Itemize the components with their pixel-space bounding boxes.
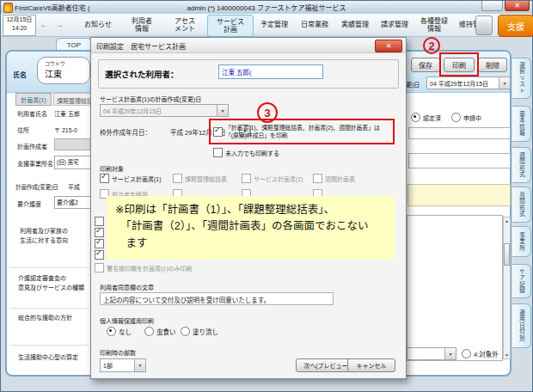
certified-radio[interactable]: 認定済 [411,113,441,122]
tab-top[interactable]: TOP [56,38,92,51]
nav-item-seikyu[interactable]: 請求管理 [375,14,414,36]
chevron-down-icon[interactable]: ▼ [444,348,456,359]
office-name-field[interactable]: (旧) 居宅 [54,156,91,169]
side-tab-gekkan-keishiki[interactable]: 月間形式 [512,187,531,223]
dialog-title: 印刷設定 居宅サービス計画 [96,41,186,51]
section-label-hoshin: 総合的な援助の方針 [18,314,72,323]
privacy-option-label: なし [119,327,132,336]
support-button[interactable]: 支援 [498,15,533,37]
delete-button[interactable]: 削除 [478,58,507,72]
tab-kadai[interactable]: 課題整理総括表 [53,93,91,106]
consent-label: 利用者同意欄の文章 [100,283,154,291]
side-tab-kihon-joho[interactable]: 基本情報 [512,106,531,142]
cancel-button[interactable]: キャンセル [347,358,395,372]
print-button-highlight-box [439,52,479,77]
santei-reason-combo[interactable]: ▼ [407,347,456,360]
target-plan1-check[interactable]: サービス計画書(1) [100,174,162,183]
field-label: 利用者氏名 [17,109,47,118]
privacy-option-label: 塗り潰し [193,327,218,336]
target-plan2-check[interactable]: サービス計画書(2) [242,174,303,183]
tab-plan1[interactable]: 計画書(1) [15,93,52,106]
copies-combo[interactable]: 1部 ▼ [100,358,146,372]
text-field[interactable] [408,153,511,168]
copies-label: 印刷時の部数 [100,348,136,357]
side-tab-care-kiroku[interactable]: ケア記録 [512,264,531,298]
print-empty-label: 未入力でも印刷する [225,149,279,157]
plan-date-combo: 04 平成29年12月15日 ▼ [100,104,229,117]
privacy-nuritsubushi-radio[interactable]: 塗り潰し [181,327,218,336]
scrollbar-thumb[interactable] [504,243,510,266]
highlighted-text-field[interactable] [407,184,511,206]
print-empty-check[interactable]: 未入力でも印刷する [213,148,279,157]
field-label: 要介護度 [17,199,41,208]
minimize-button[interactable] [481,1,503,11]
selected-user-input[interactable]: 江東 五郎( [218,64,323,79]
print-created-date-highlight-box: 「計画書(1)、課題整理総括表、計画書(2)、週間計画表」は 「(原案)作成日」… [209,119,395,144]
nav-item-oshirase[interactable]: お知らせ [77,14,119,36]
checkbox-icon [95,228,104,237]
side-tab-tekiyo-hizuke[interactable]: 適用日付別 [512,303,531,348]
target-label: サービス計画書(2) [254,175,303,183]
back-arrow-button[interactable]: ← [38,18,51,31]
window-title: FirstCareV6高齢者住宅 ( [15,3,90,12]
help-button[interactable]: ? [475,15,493,35]
scrollbar[interactable]: ▲ ▼ [503,217,511,359]
sign-stamp-check[interactable]: 署名捺印欄を計画書(1)のみ印刷 [95,263,193,273]
window-titlebar: FirstCareV6高齢者住宅 ( admin (*) 1400000043 … [1,1,532,15]
copies-value: 1部 [101,359,134,371]
nav-item-toroku[interactable]: 各種登録 情報 [414,14,454,36]
scroll-down-icon[interactable]: ▼ [504,352,510,358]
side-tab-jigyosho[interactable]: 事業所 [512,226,531,257]
chevron-down-icon[interactable]: ▼ [134,359,145,371]
nav-item-jisseki[interactable]: 実績管理 [335,14,375,36]
target-weekly-check[interactable]: 週間計画表 [313,174,355,183]
checkbox-icon [242,174,251,183]
scroll-up-icon[interactable]: ▲ [504,217,510,224]
field-label: 支援事業所名 [17,159,53,168]
app-logo-icon [3,3,13,13]
care-level-field[interactable]: 要介護2 [54,196,91,209]
main-navbar: 12月15日 14:20 ← → お知らせ 利用者 情報 アセス メント サービ… [1,14,532,37]
nav-item-assessment[interactable]: アセス メント [164,14,205,36]
nav-item-riyosha[interactable]: 利用者 情報 [121,14,162,36]
forward-arrow-button[interactable]: → [52,18,65,31]
side-tab-shukan-keishiki[interactable]: 週間形式 [512,147,531,183]
chevron-down-icon: ▼ [217,105,228,116]
pending-radio[interactable]: 申請中 [451,113,481,122]
save-button[interactable]: 保存 [411,58,440,72]
divider [9,267,89,268]
nav-item-service-keikaku[interactable]: サービス 計画 [207,15,254,37]
field-value: 平成 [68,182,80,191]
certified-radio-label: 認定済 [423,113,441,122]
consent-input[interactable]: 上記の内容について交付及び説明を受け同意いたします。 [100,292,334,305]
chevron-down-icon[interactable]: ▼ [499,77,510,89]
frame-date-label: 枠外作成年月日： [100,127,151,137]
plan-change-date-label: 更)日 [406,80,420,89]
patient-name-box[interactable]: コウトウ 江東 [37,57,90,84]
nav-item-yotei[interactable]: 予定管理 [254,14,294,36]
section-label-ikou: 利用者及び家族の 生活に対する意向 [20,227,68,245]
patient-name: 江東 [45,67,89,80]
taishogai-radio[interactable]: 4:対象外 [462,349,499,358]
dialog-close-button[interactable]: ✕ [375,40,402,52]
plan-author-field[interactable] [54,138,91,150]
privacy-mushikui-radio[interactable]: 虫食い [144,327,176,336]
radio-icon [462,349,471,358]
plan-change-date-value: 04 平成29年12月15日 [427,77,499,89]
nav-item-nichijo[interactable]: 日常業務 [295,14,334,36]
plan-change-date-combo[interactable]: 04 平成29年12月15日 ▼ [426,77,511,89]
textarea[interactable] [407,215,503,361]
print-created-date-checkbox[interactable] [213,127,223,137]
privacy-label: 個人情報保護用印刷 [100,316,154,325]
field-label: 計画作成(変更)日 [15,182,58,191]
close-window-button[interactable]: ✕ [505,1,530,11]
text-field[interactable] [408,127,511,139]
taishogai-radio-label: 4:対象外 [474,349,499,358]
section-label-santei: 生活援助中心型の算定 [18,353,78,363]
side-tab-sentaku-list[interactable]: 選択リスト [512,58,531,99]
radio-icon [181,327,190,336]
session-title: admin (*) 1400000043 ファーストケア福祉サービス [187,3,346,12]
checkbox-icon [95,263,104,273]
privacy-none-radio[interactable]: なし [107,327,132,336]
target-kadai-check[interactable]: 課題整理総括表 [173,174,227,183]
